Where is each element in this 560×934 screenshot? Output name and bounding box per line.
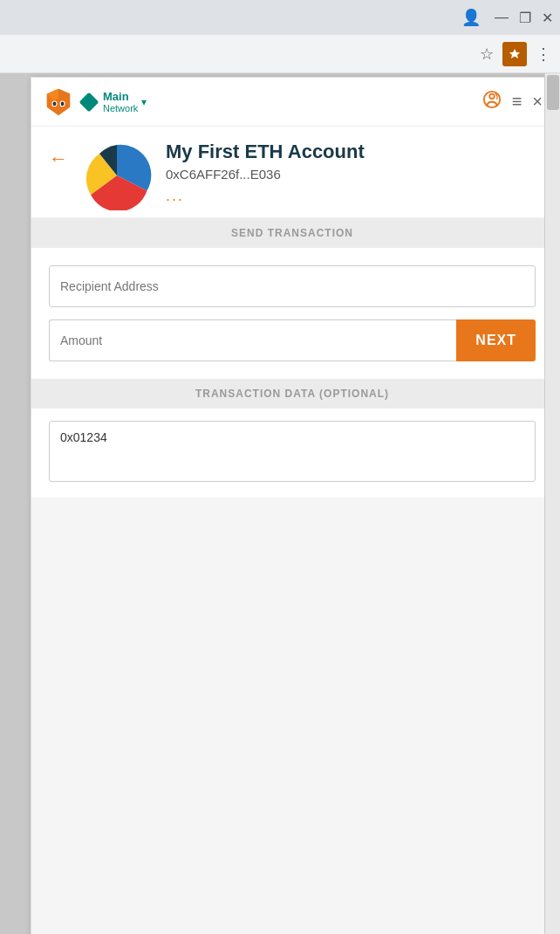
transaction-data-header: TRANSACTION DATA (OPTIONAL) xyxy=(31,379,553,409)
chrome-menu-icon[interactable]: ⋮ xyxy=(536,45,551,64)
maximize-button[interactable]: ❐ xyxy=(519,10,531,26)
chrome-toolbar: ☆ ⋮ xyxy=(0,35,560,73)
window-controls: — ❐ ✕ xyxy=(495,10,553,26)
chrome-titlebar: 👤 — ❐ ✕ xyxy=(0,0,560,35)
account-info: My First ETH Account 0xC6AFF26f...E036 .… xyxy=(166,141,536,205)
scrollbar[interactable] xyxy=(544,73,560,934)
transaction-data-input[interactable]: 0x01234 xyxy=(49,421,536,482)
next-button[interactable]: NEXT xyxy=(456,319,536,361)
hamburger-menu-icon[interactable]: ≡ xyxy=(512,92,522,112)
scrollbar-thumb[interactable] xyxy=(547,75,559,110)
send-transaction-header: SEND TRANSACTION xyxy=(31,218,553,248)
minimize-button[interactable]: — xyxy=(495,10,509,25)
network-chevron-icon: ▾ xyxy=(141,96,147,108)
close-button[interactable]: ✕ xyxy=(542,10,553,26)
header-right-controls: ≡ × xyxy=(482,90,543,113)
send-transaction-form: NEXT xyxy=(31,248,553,379)
main-area: Main Network ▾ ≡ × ← xyxy=(0,73,560,934)
account-circle-icon[interactable] xyxy=(482,90,502,113)
transaction-data-section: 0x01234 xyxy=(31,409,553,498)
network-selector[interactable]: Main Network ▾ xyxy=(82,90,147,114)
svg-point-6 xyxy=(61,101,65,106)
recipient-address-input[interactable] xyxy=(49,265,536,307)
account-name: My First ETH Account xyxy=(166,141,536,163)
back-button[interactable]: ← xyxy=(49,148,68,170)
bookmark-icon[interactable]: ☆ xyxy=(480,45,494,64)
bottom-area xyxy=(31,498,553,934)
profile-icon[interactable]: 👤 xyxy=(461,8,481,27)
metamask-fox-logo xyxy=(42,86,75,119)
network-diamond-icon xyxy=(79,92,99,112)
popup-close-button[interactable]: × xyxy=(532,92,543,112)
network-sub-label: Network xyxy=(103,103,138,113)
account-address: 0xC6AFF26f...E036 xyxy=(166,167,536,182)
metamask-popup: Main Network ▾ ≡ × ← xyxy=(31,77,554,934)
account-section: ← My First ETH Account 0xC6AFF26f...E036 xyxy=(31,127,553,218)
svg-point-5 xyxy=(53,101,57,106)
network-main-label: Main xyxy=(103,90,138,104)
popup-header: Main Network ▾ ≡ × xyxy=(31,78,553,127)
extension-icon[interactable] xyxy=(502,42,527,66)
account-pie-chart xyxy=(82,141,152,210)
amount-row: NEXT xyxy=(49,319,536,361)
svg-point-9 xyxy=(489,94,495,100)
account-options-dots[interactable]: ... xyxy=(166,187,536,205)
amount-input[interactable] xyxy=(49,319,456,361)
